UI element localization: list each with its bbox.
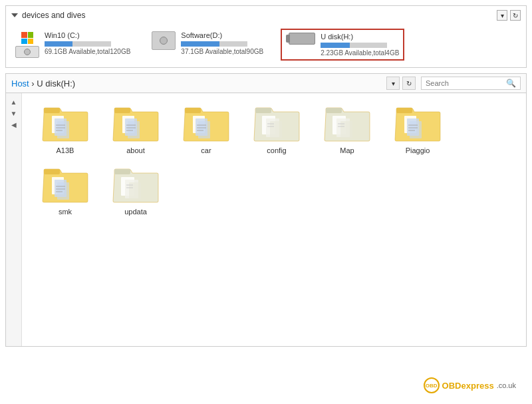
svg-rect-17: [198, 121, 210, 138]
folder-label-config: config: [267, 146, 286, 154]
breadcrumb: Host › U disk(H:): [11, 79, 381, 89]
drive-bar-fill-software: [181, 41, 219, 47]
svg-rect-14: [185, 108, 201, 113]
folder-icon-a13b: [41, 104, 89, 144]
folder-label-car: car: [201, 146, 211, 154]
folder-item-piaggio[interactable]: Piaggio: [388, 104, 448, 154]
nav-arrow-down[interactable]: ▼: [11, 110, 17, 117]
folder-icon-piaggio: [394, 104, 442, 144]
folder-item-updata[interactable]: updata: [106, 165, 166, 216]
svg-rect-21: [255, 108, 271, 113]
drive-name-software: Software(D:): [181, 31, 263, 39]
folder-label-updata: updata: [124, 208, 147, 216]
top-panel-header: devices and dives ▾ ↻: [11, 10, 521, 21]
drive-bar-udisk: [321, 43, 387, 48]
watermark-logo: OBD: [424, 377, 440, 393]
breadcrumb-controls: ▾ ↻: [386, 77, 416, 90]
folder-label-a13b: A13B: [57, 146, 74, 154]
svg-rect-33: [396, 108, 412, 113]
svg-rect-40: [44, 169, 60, 174]
files-area: ▲ ▼ ◀ A13B: [6, 93, 526, 346]
drives-row: Win10 (C:) 69.1GB Available,total120GB S…: [11, 26, 521, 63]
folder-label-piaggio: Piaggio: [406, 146, 430, 154]
breadcrumb-bar: Host › U disk(H:) ▾ ↻ 🔍: [6, 74, 526, 93]
svg-rect-10: [128, 121, 140, 138]
folder-item-car[interactable]: car: [176, 104, 236, 154]
folder-item-smk[interactable]: smk: [35, 165, 95, 216]
drive-bar-fill-win10: [45, 41, 72, 47]
folder-icon-map: [323, 104, 371, 144]
drive-bar-win10: [45, 41, 111, 47]
drive-info-udisk: U disk(H:) 2.23GB Available,total4GB: [321, 33, 399, 57]
folder-icon-car: [182, 104, 230, 144]
hdd2-icon: [152, 31, 176, 50]
folder-item-about[interactable]: about: [106, 104, 166, 154]
breadcrumb-current: U disk(H:): [37, 79, 75, 89]
folder-label-about: about: [126, 146, 145, 154]
refresh-breadcrumb-button[interactable]: ↻: [402, 77, 416, 90]
top-panel-controls: ▾ ↻: [497, 10, 521, 21]
refresh-button[interactable]: ↻: [510, 10, 521, 21]
dropdown-button[interactable]: ▾: [386, 77, 400, 90]
folder-icon-about: [112, 104, 160, 144]
minimize-button[interactable]: ▾: [497, 10, 507, 21]
svg-rect-47: [114, 169, 130, 174]
nav-arrow-left[interactable]: ◀: [11, 121, 17, 128]
drive-bar-software: [181, 41, 247, 47]
watermark-brand: OBDexpress: [442, 381, 494, 391]
drive-item-win10[interactable]: Win10 (C:) 69.1GB Available,total120GB: [11, 29, 134, 61]
folder-item-a13b[interactable]: A13B: [35, 104, 95, 154]
folder-icon-config: [253, 104, 301, 144]
drive-name-udisk: U disk(H:): [321, 33, 399, 41]
usb-icon: [286, 33, 315, 45]
drive-stats-udisk: 2.23GB Available,total4GB: [321, 49, 399, 57]
top-panel: devices and dives ▾ ↻ Win10 (C:): [5, 5, 527, 68]
hdd-icon: [15, 31, 39, 58]
folder-icon-updata: [112, 165, 160, 205]
folder-label-smk: smk: [59, 208, 72, 216]
svg-rect-3: [57, 121, 69, 138]
devices-section-label: devices and dives: [22, 11, 85, 20]
chevron-down-icon[interactable]: [11, 13, 18, 17]
win-logo: [21, 31, 34, 45]
search-icon: 🔍: [506, 79, 516, 88]
svg-rect-43: [57, 182, 69, 200]
drive-info-software: Software(D:) 37.1GB Available,total90GB: [181, 31, 263, 55]
bottom-panel: Host › U disk(H:) ▾ ↻ 🔍 ▲ ▼ ◀: [5, 73, 527, 347]
svg-rect-36: [410, 121, 422, 138]
search-box: 🔍: [421, 77, 521, 90]
drive-item-software[interactable]: Software(D:) 37.1GB Available,total90GB: [148, 29, 267, 58]
nav-arrow-up[interactable]: ▲: [11, 99, 17, 106]
drive-item-udisk[interactable]: U disk(H:) 2.23GB Available,total4GB: [281, 29, 404, 61]
drive-info-win10: Win10 (C:) 69.1GB Available,total120GB: [45, 31, 130, 55]
watermark-domain: .co.uk: [497, 381, 516, 389]
drive-stats-win10: 69.1GB Available,total120GB: [45, 48, 130, 55]
drive-name-win10: Win10 (C:): [45, 31, 130, 39]
svg-rect-7: [114, 108, 130, 113]
drive-stats-software: 37.1GB Available,total90GB: [181, 48, 263, 55]
folder-item-map[interactable]: Map: [317, 104, 377, 154]
search-input[interactable]: [426, 79, 506, 87]
folder-icon-smk: [41, 165, 89, 205]
breadcrumb-root[interactable]: Host: [11, 79, 29, 89]
svg-rect-0: [44, 108, 60, 113]
drive-bar-fill-udisk: [321, 43, 350, 48]
files-grid: A13B about: [22, 93, 526, 346]
folder-label-map: Map: [340, 146, 354, 154]
sidebar-nav: ▲ ▼ ◀: [6, 93, 22, 346]
watermark: OBD OBDexpress .co.uk: [424, 377, 516, 393]
folder-item-config[interactable]: config: [247, 104, 307, 154]
svg-rect-27: [326, 108, 342, 113]
top-panel-title-row: devices and dives: [11, 11, 85, 20]
